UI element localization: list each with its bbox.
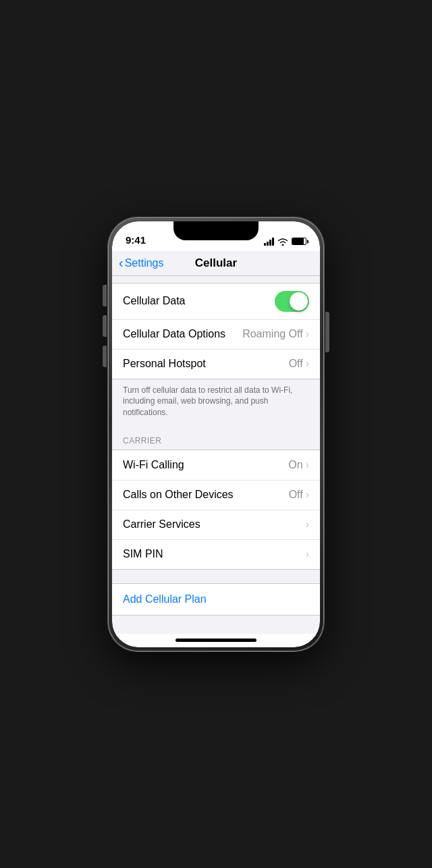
cellular-data-options-row[interactable]: Cellular Data Options Roaming Off ›	[112, 319, 320, 349]
carrier-section-header: CARRIER	[112, 427, 320, 450]
back-label: Settings	[125, 257, 164, 269]
wifi-calling-label: Wi-Fi Calling	[123, 459, 184, 471]
carrier-services-label: Carrier Services	[123, 518, 200, 531]
cellular-data-options-label: Cellular Data Options	[123, 328, 225, 340]
carrier-services-value: ›	[306, 518, 309, 531]
add-cellular-plan-row[interactable]: Add Cellular Plan	[112, 583, 320, 616]
carrier-services-row[interactable]: Carrier Services ›	[112, 510, 320, 539]
chevron-right-icon: ›	[306, 358, 309, 370]
cellular-note: Turn off cellular data to restrict all d…	[112, 379, 320, 427]
cellular-data-options-value: Roaming Off ›	[242, 328, 309, 340]
chevron-right-icon: ›	[306, 489, 309, 501]
battery-icon	[292, 238, 306, 245]
carrier-group: Wi-Fi Calling On › Calls on Other Device…	[112, 450, 320, 570]
personal-hotspot-label: Personal Hotspot	[123, 358, 206, 370]
nav-bar: ‹ Settings Cellular	[112, 251, 320, 276]
cellular-main-group: Cellular Data Cellular Data Options Roam…	[112, 283, 320, 379]
sim-pin-label: SIM PIN	[123, 548, 163, 560]
page-title: Cellular	[195, 256, 237, 270]
chevron-right-icon: ›	[306, 328, 309, 340]
add-cellular-plan-label: Add Cellular Plan	[123, 593, 207, 605]
home-indicator	[112, 634, 320, 647]
sim-pin-value: ›	[306, 548, 309, 560]
status-bar: 9:41	[112, 221, 320, 251]
wifi-icon	[277, 238, 288, 246]
signal-icon	[264, 238, 274, 246]
back-button[interactable]: ‹ Settings	[119, 256, 163, 269]
chevron-right-icon: ›	[306, 459, 309, 471]
toggle-thumb	[290, 292, 308, 310]
home-bar	[176, 639, 256, 642]
personal-hotspot-value: Off ›	[289, 358, 309, 370]
chevron-right-icon: ›	[306, 518, 309, 531]
calls-other-devices-label: Calls on Other Devices	[123, 489, 234, 501]
wifi-calling-row[interactable]: Wi-Fi Calling On ›	[112, 450, 320, 480]
calls-other-devices-row[interactable]: Calls on Other Devices Off ›	[112, 480, 320, 510]
calls-other-devices-value: Off ›	[289, 489, 309, 501]
personal-hotspot-row[interactable]: Personal Hotspot Off ›	[112, 349, 320, 379]
back-chevron-icon: ‹	[119, 256, 124, 269]
cellular-data-row[interactable]: Cellular Data	[112, 283, 320, 319]
wifi-calling-value: On ›	[288, 459, 309, 471]
cellular-data-label: Cellular Data	[123, 295, 185, 307]
settings-content: Cellular Data Cellular Data Options Roam…	[112, 276, 320, 634]
notch	[173, 221, 259, 240]
status-icons	[264, 238, 306, 246]
chevron-right-icon: ›	[306, 548, 309, 560]
sim-pin-row[interactable]: SIM PIN ›	[112, 539, 320, 569]
status-time: 9:41	[126, 234, 146, 246]
phone-frame: 9:41 ‹	[108, 217, 324, 651]
cellular-data-toggle[interactable]	[275, 291, 309, 312]
